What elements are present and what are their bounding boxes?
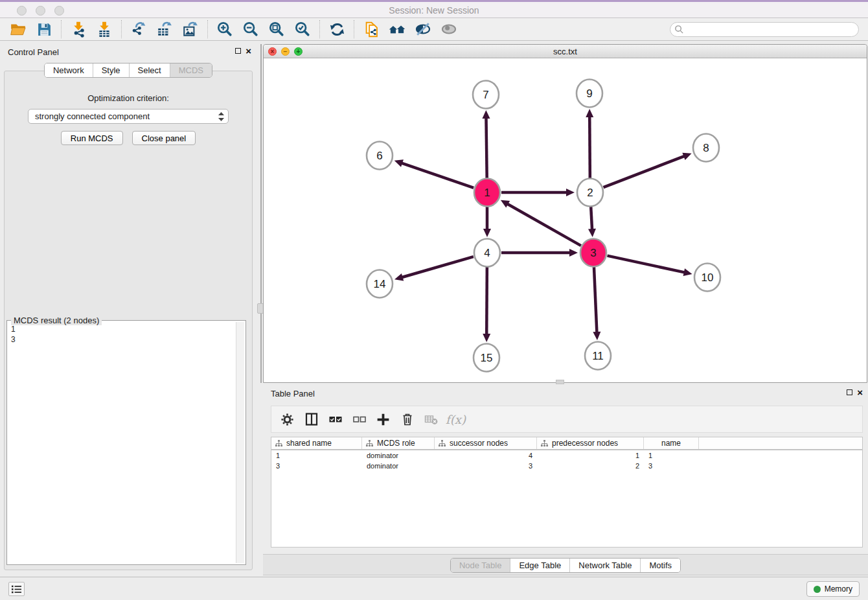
- column-header-shared-name[interactable]: shared name: [271, 437, 362, 449]
- node-10[interactable]: 10: [694, 264, 720, 292]
- save-floppy-icon: [36, 21, 52, 38]
- export-network-button[interactable]: [126, 19, 152, 40]
- tree-icon: [439, 440, 446, 447]
- tab-style[interactable]: Style: [93, 63, 129, 77]
- refresh-icon: [328, 21, 346, 38]
- save-session-button[interactable]: [31, 19, 57, 40]
- export-image-button[interactable]: [177, 19, 203, 40]
- zoom-selected-button[interactable]: [290, 19, 315, 40]
- add-column-button[interactable]: [372, 408, 394, 430]
- edge-3-1[interactable]: [501, 200, 581, 246]
- node-1[interactable]: 1: [474, 179, 500, 207]
- edge-1-7[interactable]: [482, 110, 490, 178]
- close-panel-button[interactable]: Close panel: [132, 131, 196, 145]
- import-table-button[interactable]: [91, 19, 117, 40]
- network-window-titlebar[interactable]: × − + scc.txt: [264, 45, 867, 58]
- float-panel-icon[interactable]: [235, 48, 241, 54]
- tab-mcds[interactable]: MCDS: [170, 63, 212, 77]
- edge-3-10[interactable]: [608, 256, 692, 276]
- table-cell: 1: [644, 450, 699, 461]
- zoom-in-button[interactable]: [212, 19, 238, 40]
- select-all-button[interactable]: [325, 408, 346, 430]
- node-15[interactable]: 15: [474, 344, 499, 372]
- node-8[interactable]: 8: [693, 134, 719, 162]
- edge-1-4[interactable]: [483, 207, 491, 237]
- column-label: MCDS role: [377, 439, 415, 448]
- column-header-name[interactable]: name: [644, 437, 699, 449]
- criterion-dropdown[interactable]: strongly connected component: [28, 109, 229, 124]
- show-all-button[interactable]: [436, 19, 462, 40]
- close-panel-icon[interactable]: ×: [246, 47, 251, 54]
- edge-4-15[interactable]: [483, 267, 490, 342]
- mcds-result-list[interactable]: 13: [8, 322, 235, 563]
- tab-select[interactable]: Select: [129, 63, 170, 77]
- table-row[interactable]: 3dominator323: [271, 461, 862, 471]
- node-label: 8: [703, 142, 709, 154]
- delete-table-button[interactable]: [420, 408, 442, 430]
- edge-4-14[interactable]: [394, 257, 474, 281]
- table-cell: dominator: [362, 461, 435, 471]
- zoom-out-button[interactable]: [238, 19, 264, 40]
- duplicate-network-button[interactable]: [358, 19, 384, 40]
- search-input[interactable]: [670, 22, 859, 37]
- edge-2-9[interactable]: [586, 109, 593, 178]
- table-tab-edge-table[interactable]: Edge Table: [510, 559, 569, 572]
- column-header-successor-nodes[interactable]: successor nodes: [435, 437, 537, 449]
- node-6[interactable]: 6: [367, 142, 393, 170]
- zoom-fit-button[interactable]: [264, 19, 290, 40]
- node-table: shared nameMCDS rolesuccessor nodesprede…: [271, 437, 863, 548]
- edge-1-2[interactable]: [501, 189, 575, 196]
- result-scrollbar[interactable]: [236, 322, 244, 563]
- import-network-button[interactable]: [65, 19, 91, 40]
- node-14[interactable]: 14: [367, 270, 393, 298]
- node-11[interactable]: 11: [585, 342, 611, 370]
- delete-table-icon: [424, 411, 439, 427]
- node-label: 2: [587, 187, 593, 199]
- toolbar-separator: [354, 20, 354, 38]
- export-table-button[interactable]: [152, 19, 177, 40]
- table-tab-network-table[interactable]: Network Table: [569, 559, 640, 572]
- list-icon: [11, 584, 22, 594]
- eye-icon: [440, 20, 458, 38]
- column-header-predecessor-nodes[interactable]: predecessor nodes: [537, 437, 644, 449]
- show-column-button[interactable]: [301, 408, 322, 430]
- node-7[interactable]: 7: [473, 81, 499, 109]
- open-file-button[interactable]: [5, 19, 31, 40]
- refresh-view-button[interactable]: [324, 19, 350, 40]
- function-builder-button[interactable]: f(x): [444, 408, 466, 430]
- memory-status-icon: [814, 586, 821, 593]
- network-canvas[interactable]: 7968124314101511: [264, 58, 867, 382]
- optimization-criterion-label: Optimization criterion:: [5, 93, 252, 103]
- toolbar-separator: [61, 20, 62, 38]
- table-tab-motifs[interactable]: Motifs: [640, 559, 680, 572]
- horizontal-splitter-grip[interactable]: [556, 380, 564, 384]
- edge-2-8[interactable]: [604, 153, 692, 187]
- edge-2-3[interactable]: [588, 207, 596, 237]
- task-history-button[interactable]: [8, 582, 25, 596]
- deselect-all-button[interactable]: [348, 408, 370, 430]
- close-table-panel-icon[interactable]: ×: [857, 389, 863, 396]
- edge-1-6[interactable]: [394, 159, 474, 188]
- float-table-panel-icon[interactable]: [847, 389, 852, 395]
- node-3[interactable]: 3: [580, 239, 606, 267]
- column-header-mcds-role[interactable]: MCDS role: [362, 437, 435, 449]
- run-mcds-button[interactable]: Run MCDS: [61, 131, 123, 145]
- node-2[interactable]: 2: [577, 179, 603, 207]
- app-title: Session: New Session: [0, 5, 868, 16]
- hide-selected-button[interactable]: [410, 19, 436, 40]
- table-tab-node-table[interactable]: Node Table: [451, 559, 510, 572]
- table-row[interactable]: 1dominator411: [271, 450, 862, 461]
- columns-icon: [304, 411, 319, 427]
- delete-column-button[interactable]: [396, 408, 418, 430]
- main-toolbar: [0, 18, 868, 41]
- tab-network[interactable]: Network: [45, 63, 93, 77]
- edge-4-3[interactable]: [501, 249, 578, 257]
- vertical-splitter[interactable]: [260, 44, 262, 383]
- node-9[interactable]: 9: [577, 80, 602, 108]
- table-settings-button[interactable]: [277, 408, 298, 430]
- node-4[interactable]: 4: [474, 239, 500, 267]
- edge-3-11[interactable]: [593, 267, 600, 340]
- gear-icon: [280, 412, 295, 427]
- memory-button[interactable]: Memory: [806, 581, 860, 597]
- first-neighbors-button[interactable]: [384, 19, 410, 40]
